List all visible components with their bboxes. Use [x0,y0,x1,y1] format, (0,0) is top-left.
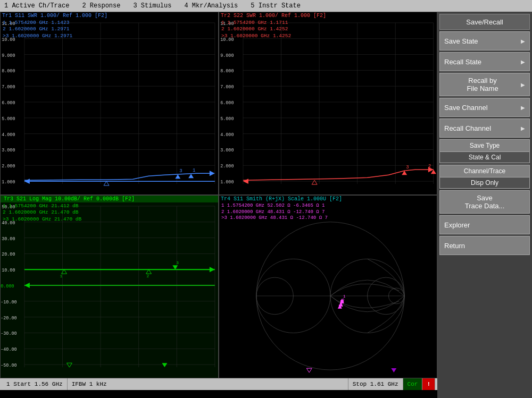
menu-response[interactable]: 2 Response [80,1,122,11]
status-indicator: ! [422,378,435,390]
chart-area: Tr1 S11 SWR 1.000/ Ref 1.000 [F2] 1 1.57… [0,12,437,398]
status-bar: 1 Start 1.56 GHz IFBW 1 kHz Stop 1.61 GH… [0,378,437,390]
svg-text:3: 3 [406,165,409,170]
status-cor: Cor [403,378,423,390]
svg-rect-0 [24,23,215,184]
status-stop: Stop 1.61 GHz [348,378,403,390]
svg-text:5.000: 5.000 [220,116,234,122]
save-channel-btn[interactable]: Save Channel ▶ [439,98,530,117]
svg-text:1: 1 [60,274,63,278]
svg-text:3: 3 [341,300,344,304]
svg-text:3: 3 [179,168,182,174]
save-state-arrow: ▶ [521,38,525,44]
menu-instr-state[interactable]: 5 Instr State [248,1,303,11]
svg-text:2.000: 2.000 [2,164,15,169]
chart-tr4: Tr4 S11 Smith (R+jX) Scale 1.000U [F2] 1… [219,195,437,378]
recall-by-filename-arrow: ▶ [521,82,525,88]
svg-rect-114 [219,196,437,378]
save-type-title: Save Type [440,140,529,152]
svg-text:2.000: 2.000 [220,164,234,169]
recall-channel-arrow: ▶ [521,125,525,131]
svg-rect-37 [243,23,434,184]
save-channel-arrow: ▶ [521,105,525,111]
svg-text:1.000: 1.000 [2,180,15,185]
svg-text:8.000: 8.000 [220,69,234,74]
svg-text:9.000: 9.000 [2,53,15,58]
chart-tr1-markers: 1 1.5754200 GHz 1.1423 2 1.6020000 GHz 1… [3,20,72,39]
svg-text:-10.00: -10.00 [1,300,16,305]
svg-rect-73 [24,206,215,367]
return-btn[interactable]: Return [439,236,530,255]
status-start: 1 Start 1.56 GHz [2,378,68,390]
chart-tr2-svg: 3 2 11.00 10.00 9.000 8.000 7.000 6.000 … [219,12,437,194]
svg-text:3.000: 3.000 [220,148,234,153]
recall-state-btn[interactable]: Recall State ▶ [439,52,530,71]
chart-tr3-markers: 1 1.5754200 GHz 21.412 dB 2 1.6020000 GH… [3,203,81,223]
menu-bar: 1 Active Ch/Trace 2 Response 3 Stimulus … [0,0,532,12]
chart-tr3: Tr3 S21 Log Mag 10.00dB/ Ref 0.000dB [F2… [0,195,219,378]
save-state-btn[interactable]: Save State ▶ [439,31,530,50]
svg-text:10.00: 10.00 [2,268,15,273]
chart-tr2-title: Tr2 S22 SWR 1.000/ Ref 1.000 [F2] [219,12,437,19]
recall-channel-btn[interactable]: Recall Channel ▶ [439,118,530,138]
chart-tr1-title: Tr1 S11 SWR 1.000/ Ref 1.000 [F2] [1,12,218,19]
svg-text:3.000: 3.000 [2,148,15,153]
chart-tr4-markers: 1 1.5754200 GHz 52.502 Ω -6.3465 Ω 1 2 1… [221,203,328,222]
svg-text:1.000: 1.000 [220,180,234,185]
svg-text:6.000: 6.000 [2,100,15,106]
save-recall-title: Save/Recall [439,14,530,30]
svg-text:4.000: 4.000 [2,132,15,138]
svg-text:7.000: 7.000 [2,84,15,90]
channel-trace-title: Channel/Trace [440,165,529,177]
explorer-btn[interactable]: Explorer [439,215,530,234]
svg-text:30.00: 30.00 [2,236,15,242]
svg-text:5.000: 5.000 [2,116,15,122]
chart-tr2-markers: 1 1.5754200 GHz 1.1711 2 1.6020000 GHz 1… [221,20,291,39]
svg-text:2: 2 [428,164,431,169]
recall-state-arrow: ▶ [521,59,525,65]
chart-tr4-title: Tr4 S11 Smith (R+jX) Scale 1.000U [F2] [219,196,437,202]
chart-tr3-title: Tr3 S21 Log Mag 10.00dB/ Ref 0.000dB [F2… [1,196,218,202]
save-trace-data-btn[interactable]: Save Trace Data... [439,190,530,214]
svg-text:7.000: 7.000 [220,84,234,90]
svg-text:3: 3 [176,260,179,265]
svg-text:8.000: 8.000 [2,69,15,74]
channel-trace-value: Disp Only [440,177,529,188]
svg-text:-50.00: -50.00 [1,363,16,368]
svg-text:9.000: 9.000 [220,53,234,58]
sidebar: Save/Recall Save State ▶ Recall State ▶ … [437,12,532,398]
svg-text:6.000: 6.000 [220,100,234,106]
recall-by-filename-btn[interactable]: Recall by File Name ▶ [439,73,530,96]
svg-text:-20.00: -20.00 [1,316,16,321]
svg-text:0.000: 0.000 [1,284,14,289]
chart-tr3-svg: 1 2 3 50.00 40.00 30.00 20.00 10.00 0.00… [1,196,218,378]
svg-text:1: 1 [193,168,195,173]
channel-trace-group[interactable]: Channel/Trace Disp Only [439,165,530,189]
main-container: Tr1 S11 SWR 1.000/ Ref 1.000 [F2] 1 1.57… [0,12,532,398]
chart-tr2: Tr2 S22 SWR 1.000/ Ref 1.000 [F2] 1 1.57… [219,12,437,195]
menu-stimulus[interactable]: 3 Stimulus [131,1,173,11]
svg-text:4.000: 4.000 [220,132,234,138]
svg-text:20.00: 20.00 [2,252,15,257]
menu-active-ch[interactable]: 1 Active Ch/Trace [2,1,71,11]
svg-text:-40.00: -40.00 [1,347,16,352]
status-ifbw: IFBW 1 kHz [68,378,348,390]
charts-grid: Tr1 S11 SWR 1.000/ Ref 1.000 [F2] 1 1.57… [0,12,437,378]
svg-text:2: 2 [147,274,149,278]
chart-tr1: Tr1 S11 SWR 1.000/ Ref 1.000 [F2] 1 1.57… [0,12,219,195]
menu-mkr[interactable]: 4 Mkr/Analysis [182,1,240,11]
save-type-group[interactable]: Save Type State & Cal [439,139,530,163]
chart-tr1-svg: 3 1 11.00 10.00 9.000 8.000 7.000 6.000 … [1,12,218,194]
save-type-value: State & Cal [440,152,529,163]
chart-tr4-svg: 1 2 3 [219,196,437,378]
svg-text:-30.00: -30.00 [1,331,16,336]
